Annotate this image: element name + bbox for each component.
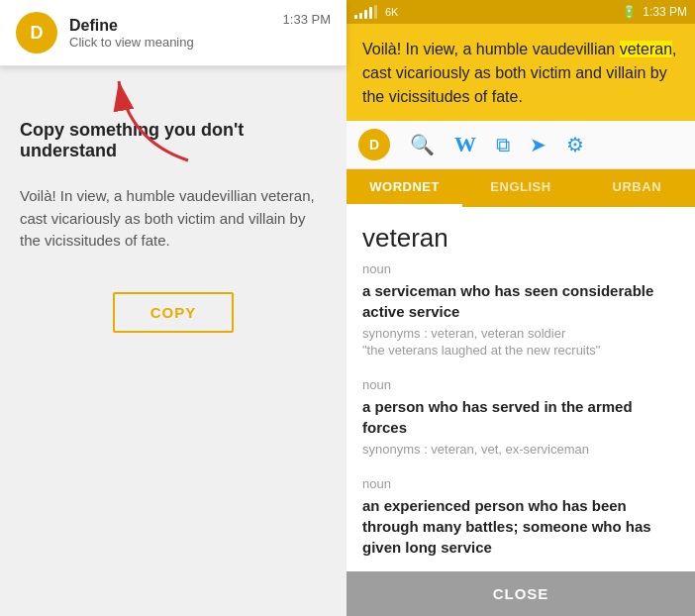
wikipedia-icon[interactable]: W [454,132,476,157]
status-bar: 6K 🔋 1:33 PM [347,0,695,24]
dict-entry-2: noun a person who has served in the arme… [362,377,679,457]
battery-icon: 🔋 [622,5,637,19]
notification-avatar: D [16,12,57,53]
tab-english[interactable]: ENGLISH [462,169,578,207]
dict-entry-3: noun an experienced person who has been … [362,476,679,558]
settings-icon[interactable]: ⚙ [566,133,584,156]
dict-def-1: a serviceman who has seen considerable a… [362,280,679,322]
search-icon[interactable]: 🔍 [410,133,435,156]
tabs-row: WORDNET ENGLISH URBAN [347,169,695,207]
notification-card[interactable]: D Define Click to view meaning 1:33 PM [0,0,347,66]
notification-text: Define Click to view meaning [69,17,194,50]
tab-urban[interactable]: URBAN [579,169,695,207]
notification-time: 1:33 PM [283,12,331,27]
notification-left: D Define Click to view meaning [16,12,194,53]
dict-ex-1: "the veterans laughed at the new recruit… [362,343,679,358]
status-time: 1:33 PM [643,5,687,19]
definition-toolbar: D 🔍 W ⧉ ➤ ⚙ [347,121,695,169]
dict-syn-1: synonyms : veteran, veteran soldier [362,326,679,341]
header-highlight: veteran [620,41,672,57]
definition-header: Voilà! In view, a humble vaudevillian ve… [347,24,695,121]
arrow-indicator [99,61,218,184]
status-left: 6K [354,5,398,19]
copy-button[interactable]: COPY [113,292,235,333]
toolbar-icons: 🔍 W ⧉ ➤ ⚙ [410,132,584,157]
dict-def-3: an experienced person who has been throu… [362,495,679,558]
header-text-before: Voilà! In view, a humble vaudevillian [362,41,620,57]
dict-pos-1: noun [362,261,679,276]
tab-wordnet[interactable]: WORDNET [347,169,462,207]
status-right: 🔋 1:33 PM [622,5,687,19]
sample-text: Voilà! In view, a humble vaudevillian ve… [20,185,327,253]
dict-entry-1: noun a serviceman who has seen considera… [362,261,679,358]
left-panel: D Define Click to view meaning 1:33 PM C… [0,0,347,616]
signal-icon [354,5,377,19]
dict-def-2: a person who has served in the armed for… [362,396,679,438]
dict-pos-2: noun [362,377,679,392]
share-icon[interactable]: ➤ [530,133,546,156]
right-panel: 6K 🔋 1:33 PM Voilà! In view, a humble va… [347,0,695,616]
dict-syn-2: synonyms : veteran, vet, ex-serviceman [362,442,679,457]
close-button[interactable]: CLOSE [347,571,695,616]
dictionary-content: veteran noun a serviceman who has seen c… [347,207,695,571]
notification-title: Define [69,17,194,35]
dict-pos-3: noun [362,476,679,491]
notification-subtitle: Click to view meaning [69,35,194,50]
dict-word: veteran [362,223,679,254]
copy-icon[interactable]: ⧉ [496,134,510,156]
toolbar-avatar: D [358,129,390,160]
